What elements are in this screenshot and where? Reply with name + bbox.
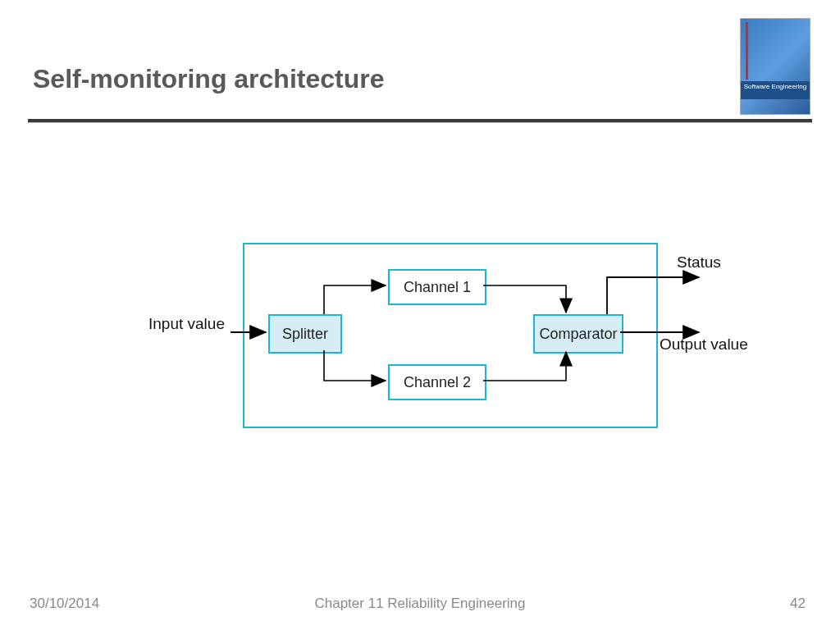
diagram-arrows bbox=[0, 0, 840, 630]
label-status: Status bbox=[677, 253, 721, 272]
label-input-value: Input value bbox=[148, 315, 225, 333]
title-divider bbox=[28, 119, 812, 122]
footer-page-number: 42 bbox=[790, 596, 806, 612]
slide-title: Self-monitoring architecture bbox=[33, 64, 385, 94]
architecture-diagram: Splitter Channel 1 Channel 2 Comparator … bbox=[0, 0, 840, 630]
diagram-boundary bbox=[243, 243, 658, 428]
node-channel-1: Channel 1 bbox=[388, 269, 486, 305]
node-splitter: Splitter bbox=[268, 314, 342, 354]
textbook-thumbnail: Software Engineering bbox=[740, 18, 810, 115]
node-comparator: Comparator bbox=[533, 314, 623, 354]
label-output-value: Output value bbox=[660, 336, 748, 354]
textbook-label: Software Engineering bbox=[741, 81, 810, 99]
footer-chapter: Chapter 11 Reliability Engineering bbox=[0, 596, 840, 612]
node-channel-2: Channel 2 bbox=[388, 364, 486, 400]
